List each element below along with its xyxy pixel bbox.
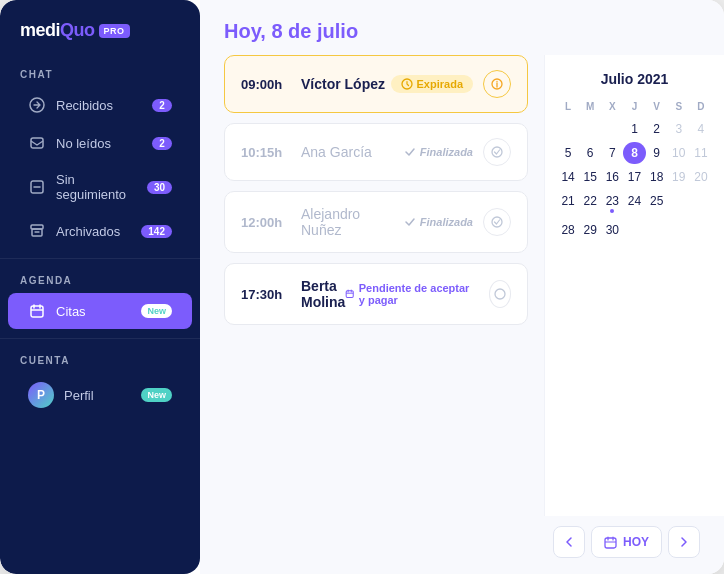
cal-day[interactable]: 11 (690, 142, 712, 164)
chevron-left-icon (564, 537, 574, 547)
status-expired-badge: Expirada (391, 75, 473, 93)
section-label-chat: CHAT (0, 61, 200, 86)
cal-day (623, 219, 645, 241)
appt-action-button[interactable] (483, 138, 511, 166)
circle-icon (494, 288, 506, 300)
cal-day[interactable]: 5 (557, 142, 579, 164)
archive-icon (28, 222, 46, 240)
appointment-card[interactable]: 10:15h Ana García Finalizada (224, 123, 528, 181)
cal-day (668, 219, 690, 241)
appointment-card[interactable]: 12:00h Alejandro Nuñez Finalizada (224, 191, 528, 253)
svg-rect-17 (347, 291, 354, 298)
cal-day[interactable]: 28 (557, 219, 579, 241)
sidebar-item-no-leidos[interactable]: No leídos 2 (8, 125, 192, 161)
cal-day[interactable]: 14 (557, 166, 579, 188)
cal-day[interactable]: 1 (623, 118, 645, 140)
cal-day[interactable]: 9 (646, 142, 668, 164)
cal-day[interactable]: 7 (601, 142, 623, 164)
section-label-agenda: AGENDA (0, 267, 200, 292)
calendar-month: Julio 2021 (557, 71, 712, 87)
content-area: 09:00h Víctor López Expirada (200, 55, 724, 516)
cal-day[interactable]: 20 (690, 166, 712, 188)
appt-status: Expirada (391, 75, 473, 93)
next-button[interactable] (668, 526, 700, 558)
perfil-badge: New (141, 388, 172, 402)
sidebar-item-recibidos[interactable]: Recibidos 2 (8, 87, 192, 123)
cal-day[interactable]: 2 (646, 118, 668, 140)
status-pending-badge: Pendiente de aceptar y pagar (345, 282, 478, 306)
citas-badge: New (141, 304, 172, 318)
cal-day[interactable]: 16 (601, 166, 623, 188)
cal-day (557, 118, 579, 140)
cal-day[interactable]: 15 (579, 166, 601, 188)
today-button[interactable]: HOY (591, 526, 662, 558)
cal-day (601, 118, 623, 140)
appt-time: 10:15h (241, 145, 293, 160)
svg-point-14 (496, 81, 497, 82)
cal-day[interactable]: 4 (690, 118, 712, 140)
no-leidos-badge: 2 (152, 137, 172, 150)
no-follow-icon (28, 178, 46, 196)
cal-day[interactable]: 24 (623, 190, 645, 217)
main-content: Hoy, 8 de julio 09:00h Víctor López (200, 0, 724, 574)
inbox-icon (28, 96, 46, 114)
calendar-week: 21 22 23 24 25 (557, 190, 712, 217)
appt-time: 17:30h (241, 287, 293, 302)
sidebar-item-sin-seguimiento[interactable]: Sin seguimiento 30 (8, 163, 192, 211)
cal-day[interactable]: 21 (557, 190, 579, 217)
day-label: J (623, 99, 645, 114)
cal-day[interactable]: 30 (601, 219, 623, 241)
appt-action-button[interactable] (483, 70, 511, 98)
today-label: HOY (623, 535, 649, 549)
profile-avatar: P (28, 382, 54, 408)
appt-name: Ana García (301, 144, 404, 160)
cal-day[interactable]: 18 (646, 166, 668, 188)
appt-time: 09:00h (241, 77, 293, 92)
svg-point-21 (495, 289, 505, 299)
calendar-grid: L M X J V S D 1 2 3 (557, 99, 712, 241)
sidebar-item-citas[interactable]: Citas New (8, 293, 192, 329)
cal-day (646, 219, 668, 241)
sidebar-item-perfil[interactable]: P Perfil New (8, 373, 192, 417)
cal-day[interactable]: 3 (668, 118, 690, 140)
appointments-panel: 09:00h Víctor López Expirada (200, 55, 544, 516)
cal-day[interactable]: 25 (646, 190, 668, 217)
cal-day[interactable] (690, 190, 712, 217)
perfil-label: Perfil (64, 388, 141, 403)
citas-label: Citas (56, 304, 141, 319)
appt-action-button[interactable] (489, 280, 512, 308)
appt-status: Finalizada (404, 146, 473, 158)
cal-day[interactable] (668, 190, 690, 217)
check-icon (404, 216, 416, 228)
app-container: mediQuo PRO CHAT Recibidos 2 No (0, 0, 724, 574)
calendar-pending-icon (345, 288, 354, 300)
sidebar-item-archivados[interactable]: Archivados 142 (8, 213, 192, 249)
main-header: Hoy, 8 de julio (200, 0, 724, 55)
circle-check-icon (491, 146, 503, 158)
cal-day[interactable]: 6 (579, 142, 601, 164)
cal-day[interactable]: 22 (579, 190, 601, 217)
calendar-icon (28, 302, 46, 320)
appt-name: Víctor López (301, 76, 391, 92)
cal-day[interactable]: 17 (623, 166, 645, 188)
archivados-label: Archivados (56, 224, 141, 239)
calendar-week: 5 6 7 8 9 10 11 (557, 142, 712, 164)
appt-action-button[interactable] (483, 208, 511, 236)
day-label: S (668, 99, 690, 114)
appointment-card[interactable]: 09:00h Víctor López Expirada (224, 55, 528, 113)
appointment-card[interactable]: 17:30h Berta Molina Pendiente de aceptar… (224, 263, 528, 325)
prev-button[interactable] (553, 526, 585, 558)
svg-rect-1 (31, 138, 43, 148)
divider-2 (0, 338, 200, 339)
day-label: V (646, 99, 668, 114)
calendar-week: 1 2 3 4 (557, 118, 712, 140)
cal-day[interactable]: 19 (668, 166, 690, 188)
clock-icon (401, 78, 413, 90)
unread-icon (28, 134, 46, 152)
cal-day[interactable]: 10 (668, 142, 690, 164)
cal-day[interactable]: 23 (601, 190, 623, 217)
cal-day-today[interactable]: 8 (623, 142, 645, 164)
sin-seguimiento-label: Sin seguimiento (56, 172, 147, 202)
cal-day[interactable]: 29 (579, 219, 601, 241)
cal-day (690, 219, 712, 241)
